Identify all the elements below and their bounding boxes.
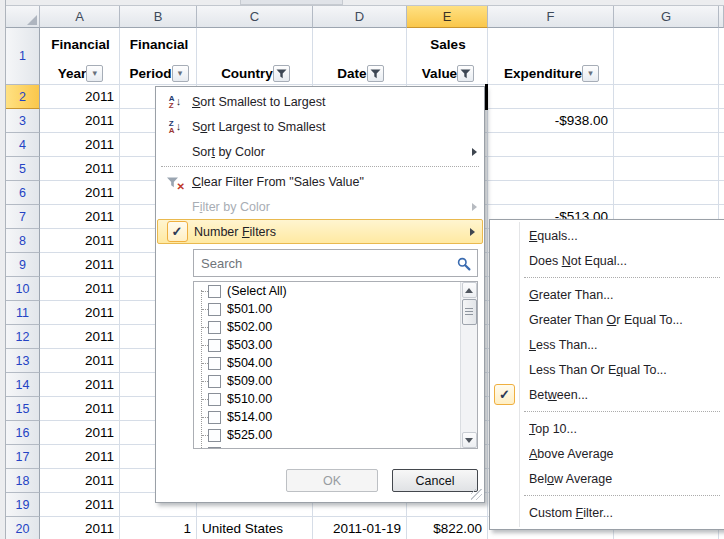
checkbox-unchecked-icon[interactable]: [208, 393, 221, 406]
row-header-11[interactable]: 11: [6, 301, 40, 325]
cell-F2[interactable]: [488, 85, 614, 109]
submenu-item-top-10[interactable]: Top 10...: [490, 416, 724, 441]
row-header-3[interactable]: 3: [6, 109, 40, 133]
cancel-button[interactable]: Cancel: [392, 469, 478, 492]
submenu-item-greater-than-or-equal-to[interactable]: Greater Than Or Equal To...: [490, 307, 724, 332]
filter-value-504-00[interactable]: $504.00: [194, 354, 477, 372]
menu-item-clear-filter-from-sales-value[interactable]: ✕Clear Filter From "Sales Value": [156, 169, 484, 194]
column-header-B[interactable]: B: [120, 6, 197, 28]
scroll-thumb[interactable]: [462, 299, 477, 325]
filter-value-501-00[interactable]: $501.00: [194, 300, 477, 318]
submenu-item-above-average[interactable]: Above Average: [490, 441, 724, 466]
filter-value-502-00[interactable]: $502.00: [194, 318, 477, 336]
cell-F4[interactable]: [488, 133, 614, 157]
row-header-9[interactable]: 9: [6, 253, 40, 277]
select-all-corner[interactable]: [6, 6, 40, 28]
header-cell-G[interactable]: [614, 28, 719, 85]
values-scrollbar[interactable]: [460, 282, 477, 448]
submenu-item-below-average[interactable]: Below Average: [490, 466, 724, 491]
filter-applied-dropdown-button-E[interactable]: [457, 65, 474, 82]
header-cell-date[interactable]: Date: [313, 28, 407, 85]
checkbox-unchecked-icon[interactable]: [208, 411, 221, 424]
cell-B20[interactable]: 1: [120, 517, 197, 539]
checkbox-unchecked-icon[interactable]: [208, 357, 221, 370]
filter-value-select-all[interactable]: (Select All): [194, 282, 477, 300]
submenu-item-less-than[interactable]: Less Than...: [490, 332, 724, 357]
cell-G2[interactable]: [614, 85, 719, 109]
filter-applied-dropdown-button-C[interactable]: [273, 65, 290, 82]
filter-dropdown-button-B[interactable]: ▾: [172, 65, 189, 82]
column-header-G[interactable]: G: [614, 6, 719, 28]
cell-D20[interactable]: 2011-01-19: [313, 517, 407, 539]
cell-E20[interactable]: $822.00: [407, 517, 488, 539]
menu-item-sort-by-color[interactable]: Sort by Color: [156, 139, 484, 164]
filter-value-514-00[interactable]: $514.00: [194, 408, 477, 426]
cell-A19[interactable]: 2011: [40, 493, 120, 517]
filter-applied-dropdown-button-D[interactable]: [367, 65, 384, 82]
cell-A15[interactable]: 2011: [40, 397, 120, 421]
filter-value-525-00[interactable]: $525.00: [194, 426, 477, 444]
cell-F3[interactable]: -$938.00: [488, 109, 614, 133]
cell-A10[interactable]: 2011: [40, 277, 120, 301]
cell-A8[interactable]: 2011: [40, 229, 120, 253]
menu-item-number-filters[interactable]: ✓Number Filters: [157, 219, 483, 244]
filter-dropdown-button-A[interactable]: ▾: [86, 65, 103, 82]
column-header-C[interactable]: C: [197, 6, 313, 28]
column-header-D[interactable]: D: [313, 6, 407, 28]
header-cell-country[interactable]: Country: [197, 28, 313, 85]
menu-item-sort-largest-to-smallest[interactable]: ZA↓Sort Largest to Smallest: [156, 114, 484, 139]
row-header-12[interactable]: 12: [6, 325, 40, 349]
cell-A14[interactable]: 2011: [40, 373, 120, 397]
header-cell-financial-year[interactable]: FinancialYear▾: [40, 28, 120, 85]
cell-G5[interactable]: [614, 157, 719, 181]
cell-C20[interactable]: United States: [197, 517, 313, 539]
submenu-item-does-not-equal[interactable]: Does Not Equal...: [490, 248, 724, 273]
cell-A20[interactable]: 2011: [40, 517, 120, 539]
cell-G6[interactable]: [614, 181, 719, 205]
cell-G3[interactable]: [614, 109, 719, 133]
row-header-17[interactable]: 17: [6, 445, 40, 469]
cell-A16[interactable]: 2011: [40, 421, 120, 445]
row-header-2[interactable]: 2: [6, 85, 40, 109]
menu-item-sort-smallest-to-largest[interactable]: AZ↓Sort Smallest to Largest: [156, 89, 484, 114]
resize-grip[interactable]: [471, 489, 482, 500]
row-header-19[interactable]: 19: [6, 493, 40, 517]
cell-A5[interactable]: 2011: [40, 157, 120, 181]
scroll-down-icon[interactable]: [462, 432, 477, 448]
checkbox-unchecked-icon[interactable]: [208, 339, 221, 352]
row-header-1[interactable]: 1: [6, 28, 40, 85]
checkbox-unchecked-icon[interactable]: [208, 429, 221, 442]
checkbox-unchecked-icon[interactable]: [208, 303, 221, 316]
column-header-E[interactable]: E: [407, 6, 488, 28]
cell-A2[interactable]: 2011: [40, 85, 120, 109]
row-header-16[interactable]: 16: [6, 421, 40, 445]
cell-A17[interactable]: 2011: [40, 445, 120, 469]
cell-A9[interactable]: 2011: [40, 253, 120, 277]
cell-F6[interactable]: [488, 181, 614, 205]
submenu-item-less-than-or-equal-to[interactable]: Less Than Or Equal To...: [490, 357, 724, 382]
submenu-item-equals[interactable]: Equals...: [490, 223, 724, 248]
cell-A3[interactable]: 2011: [40, 109, 120, 133]
submenu-item-greater-than[interactable]: Greater Than...: [490, 282, 724, 307]
scroll-up-icon[interactable]: [462, 282, 477, 298]
cell-A13[interactable]: 2011: [40, 349, 120, 373]
row-header-6[interactable]: 6: [6, 181, 40, 205]
cell-A7[interactable]: 2011: [40, 205, 120, 229]
cell-A4[interactable]: 2011: [40, 133, 120, 157]
filter-value-503-00[interactable]: $503.00: [194, 336, 477, 354]
row-header-20[interactable]: 20: [6, 517, 40, 539]
row-header-5[interactable]: 5: [6, 157, 40, 181]
row-header-7[interactable]: 7: [6, 205, 40, 229]
cell-A12[interactable]: 2011: [40, 325, 120, 349]
row-header-13[interactable]: 13: [6, 349, 40, 373]
submenu-item-custom-filter[interactable]: Custom Filter...: [490, 500, 724, 525]
checkbox-unchecked-icon[interactable]: [208, 285, 221, 298]
row-header-10[interactable]: 10: [6, 277, 40, 301]
search-input[interactable]: [194, 250, 477, 276]
column-header-F[interactable]: F: [488, 6, 614, 28]
cell-F5[interactable]: [488, 157, 614, 181]
header-cell-financial-period[interactable]: FinancialPeriod▾: [120, 28, 197, 85]
row-header-4[interactable]: 4: [6, 133, 40, 157]
filter-dropdown-button-F[interactable]: ▾: [582, 65, 599, 82]
column-header-A[interactable]: A: [40, 6, 120, 28]
